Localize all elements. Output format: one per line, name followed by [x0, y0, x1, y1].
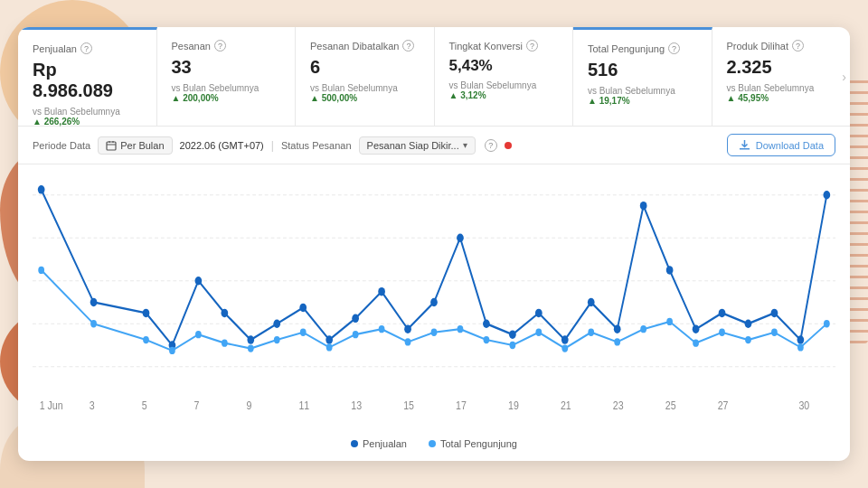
penjualan-dot-21 [614, 324, 621, 333]
pengunjung-dot-2 [90, 320, 97, 327]
metric-penjualan-value: Rp 8.986.089 [33, 60, 142, 101]
konversi-change: ▲ 3,12% [449, 90, 486, 100]
penjualan-line [42, 190, 827, 345]
pengunjung-dot-9 [300, 329, 307, 336]
x-label-15: 15 [403, 399, 414, 412]
x-label-21: 21 [561, 399, 571, 412]
legend-pengunjung: Total Pengunjung [429, 438, 517, 449]
per-bulan-filter[interactable]: Per Bulan [98, 136, 172, 155]
pengunjung-change: ▲ 19,17% [588, 96, 630, 106]
penjualan-info-icon[interactable]: ? [80, 42, 92, 54]
penjualan-dot-25 [719, 309, 726, 318]
legend-pengunjung-label: Total Pengunjung [440, 438, 517, 449]
x-label-9: 9 [246, 399, 251, 412]
metric-pesanan-value: 33 [172, 57, 281, 78]
penjualan-dot-28 [797, 335, 805, 344]
calendar-icon [106, 140, 117, 151]
metric-tingkat-konversi[interactable]: Tingkat Konversi ? 5,43% vs Bulan Sebelu… [435, 27, 574, 126]
metric-penjualan[interactable]: Penjualan ? Rp 8.986.089 vs Bulan Sebelu… [18, 27, 157, 126]
x-label-19: 19 [508, 399, 519, 412]
chevron-right-icon: › [842, 70, 846, 84]
pengunjung-dot-5 [195, 331, 202, 338]
metric-konversi-sub: vs Bulan Sebelumnya ▲ 3,12% [449, 80, 559, 100]
penjualan-dot-24 [693, 324, 700, 333]
download-icon [739, 139, 750, 151]
penjualan-dot-19 [561, 335, 569, 344]
pengunjung-dot-1 [38, 267, 44, 274]
x-label-5: 5 [142, 399, 147, 412]
pengunjung-dot-29 [824, 320, 830, 327]
x-label-11: 11 [298, 399, 309, 412]
metric-pesanan-dibatalkan[interactable]: Pesanan Dibatalkan ? 6 vs Bulan Sebelumn… [296, 27, 435, 126]
metric-pengunjung-value: 516 [588, 60, 697, 80]
x-label-7: 7 [194, 399, 200, 412]
pengunjung-dot-10 [326, 343, 333, 351]
pesanan-change: ▲ 200,00% [172, 93, 219, 103]
metric-konversi-value: 5,43% [449, 57, 559, 75]
x-label-27: 27 [718, 399, 729, 412]
metrics-row: Penjualan ? Rp 8.986.089 vs Bulan Sebelu… [18, 27, 850, 127]
download-label: Download Data [756, 140, 824, 151]
pengunjung-dot-23 [666, 318, 673, 325]
penjualan-dot-12 [378, 287, 385, 296]
metric-produk-dilihat[interactable]: Produk Dilihat ? 2.325 vs Bulan Sebelumn… [712, 27, 851, 126]
penjualan-dot-3 [143, 309, 150, 318]
penjualan-dot-2 [90, 298, 98, 307]
penjualan-dot-27 [771, 309, 778, 318]
svg-rect-0 [107, 142, 116, 150]
main-card: Penjualan ? Rp 8.986.089 vs Bulan Sebelu… [18, 27, 850, 461]
status-value: Pesanan Siap Dikir... [367, 140, 459, 151]
penjualan-dot-22 [640, 202, 647, 211]
penjualan-dot-13 [404, 324, 411, 333]
metric-pesanan-sub: vs Bulan Sebelumnya ▲ 200,00% [172, 83, 281, 103]
pengunjung-dot-25 [719, 329, 725, 336]
dibatalkan-info-icon[interactable]: ? [402, 40, 414, 52]
pengunjung-dot-27 [771, 329, 778, 336]
pengunjung-dot-19 [561, 344, 568, 352]
pengunjung-dot-24 [693, 339, 699, 346]
x-label-25: 25 [665, 399, 676, 412]
penjualan-dot-1 [38, 185, 45, 194]
periode-label: Periode Data [33, 140, 90, 151]
pengunjung-dot-18 [535, 329, 542, 336]
pengunjung-dot-11 [353, 331, 359, 338]
legend-penjualan-label: Penjualan [363, 438, 407, 449]
filter-row: Periode Data Per Bulan 2022.06 (GMT+07) … [18, 127, 850, 164]
metric-penjualan-title: Penjualan ? [33, 42, 142, 54]
produk-info-icon[interactable]: ? [792, 40, 804, 52]
pengunjung-info-icon[interactable]: ? [668, 42, 680, 54]
penjualan-dot-9 [299, 304, 307, 313]
x-label-30: 30 [798, 399, 809, 412]
x-label-23: 23 [613, 399, 624, 412]
pengunjung-dot-15 [458, 325, 464, 333]
metric-pesanan[interactable]: Pesanan ? 33 vs Bulan Sebelumnya ▲ 200,0… [157, 27, 297, 126]
penjualan-dot-5 [195, 277, 203, 286]
metric-produk-title: Produk Dilihat ? [727, 40, 836, 52]
penjualan-dot-6 [221, 309, 228, 318]
konversi-info-icon[interactable]: ? [526, 40, 538, 52]
pengunjung-line [42, 270, 827, 351]
chart-legend: Penjualan Total Pengunjung [33, 435, 835, 449]
metric-pengunjung-sub: vs Bulan Sebelumnya ▲ 19,17% [588, 86, 697, 106]
metric-total-pengunjung[interactable]: Total Pengunjung ? 516 vs Bulan Sebelumn… [573, 27, 712, 126]
metric-produk-value: 2.325 [727, 57, 836, 78]
metric-penjualan-sub: vs Bulan Sebelumnya ▲ 266,26% [33, 107, 142, 127]
pengunjung-dot-14 [431, 329, 438, 336]
pengunjung-dot-20 [588, 329, 594, 336]
pengunjung-dot-17 [509, 342, 515, 349]
filter-info-icon[interactable]: ? [485, 139, 497, 152]
penjualan-dot-18 [535, 309, 542, 318]
pesanan-info-icon[interactable]: ? [214, 40, 226, 52]
pengunjung-dot-21 [614, 338, 620, 345]
pengunjung-dot-22 [640, 325, 646, 333]
x-label-13: 13 [351, 399, 362, 412]
penjualan-dot-7 [247, 335, 254, 344]
pengunjung-dot-4 [169, 347, 175, 354]
penjualan-dot-17 [509, 330, 516, 339]
download-button[interactable]: Download Data [727, 134, 835, 156]
x-label-1: 1 Jun [40, 399, 63, 412]
status-filter[interactable]: Pesanan Siap Dikir... ▾ [359, 136, 476, 155]
filter-date: 2022.06 (GMT+07) [180, 140, 264, 151]
legend-penjualan: Penjualan [351, 438, 407, 449]
pengunjung-dot-8 [274, 336, 280, 343]
